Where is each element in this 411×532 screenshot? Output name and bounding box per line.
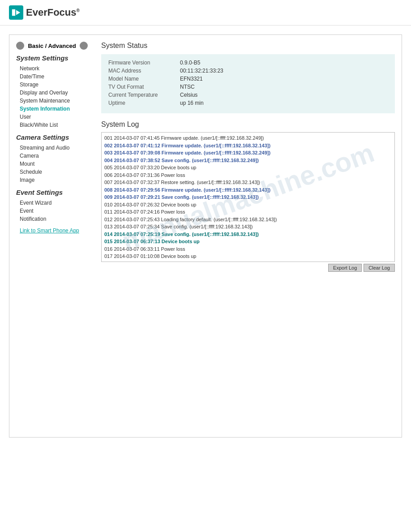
- mode-advanced[interactable]: Advanced: [48, 43, 76, 49]
- log-line: 004 2014-03-07 07:38:52 Save config. (us…: [103, 157, 394, 164]
- sidebar-item-display[interactable]: Display and Overlay: [16, 89, 88, 97]
- log-line: 018 2014-03-07 02:32:33 Device boots up: [103, 260, 394, 262]
- value-tvout: NTSC: [180, 84, 195, 90]
- sidebar-left-circle: [16, 42, 24, 50]
- value-mac: 00:11:32:21:33:23: [180, 68, 223, 74]
- status-row-tvout: TV Out Format NTSC: [108, 84, 388, 90]
- sidebar-item-maintenance[interactable]: System Maintenance: [16, 97, 88, 105]
- mode-sep: /: [43, 43, 48, 49]
- status-row-model: Model Name EFN3321: [108, 76, 388, 82]
- mode-basic[interactable]: Basic: [28, 43, 43, 49]
- content-border: Basic / Advanced System Settings Network…: [9, 34, 402, 438]
- value-uptime: up 16 min: [180, 100, 204, 106]
- log-buttons: Export Log Clear Log: [101, 264, 395, 272]
- clear-log-button[interactable]: Clear Log: [364, 264, 395, 272]
- main-wrapper: Basic / Advanced System Settings Network…: [0, 26, 411, 446]
- log-line: 009 2014-03-07 07:29:21 Save config. (us…: [103, 193, 394, 201]
- sidebar-item-smartphone[interactable]: Link to Smart Phone App: [16, 227, 88, 235]
- sidebar-item-event[interactable]: Event: [16, 207, 88, 215]
- system-status-table: Firmware Version 0.9.0-B5 MAC Address 00…: [101, 54, 395, 113]
- sidebar-mode: Basic / Advanced: [16, 42, 88, 50]
- sidebar-item-datetime[interactable]: Date/Time: [16, 73, 88, 81]
- sidebar-item-mount[interactable]: Mount: [16, 160, 88, 168]
- log-container[interactable]: manualmachine.com 001 2014-03-07 07:41:4…: [101, 132, 395, 262]
- logo: EverFocus®: [9, 5, 402, 20]
- sidebar-right-circle: [80, 42, 88, 50]
- value-firmware: 0.9.0-B5: [180, 60, 200, 66]
- log-line: 008 2014-03-07 07:29:56 Firmware update.…: [103, 186, 394, 194]
- log-line: 014 2014-03-07 07:25:19 Save config. (us…: [103, 231, 394, 238]
- sidebar: Basic / Advanced System Settings Network…: [16, 42, 92, 430]
- value-temp: Celsius: [180, 92, 197, 98]
- log-line: 003 2014-03-07 07:39:08 Firmware update.…: [103, 149, 394, 157]
- log-line: 013 2014-03-07 07:25:34 Save config. (us…: [103, 223, 394, 231]
- sidebar-item-user[interactable]: User: [16, 113, 88, 121]
- event-settings-title: Event Settings: [16, 189, 88, 196]
- export-log-button[interactable]: Export Log: [328, 264, 362, 272]
- sidebar-item-image[interactable]: Image: [16, 176, 88, 184]
- log-line: 010 2014-03-07 07:26:32 Device boots up: [103, 201, 394, 209]
- label-mac: MAC Address: [108, 68, 180, 74]
- log-line: 002 2014-03-07 07:41:12 Firmware update.…: [103, 142, 394, 150]
- sidebar-item-camera[interactable]: Camera: [16, 152, 88, 160]
- label-model: Model Name: [108, 76, 180, 82]
- log-line: 015 2014-03-07 06:37:13 Device boots up: [103, 238, 394, 245]
- status-row-firmware: Firmware Version 0.9.0-B5: [108, 60, 388, 66]
- main-panel: System Status Firmware Version 0.9.0-B5 …: [92, 42, 395, 430]
- status-row-mac: MAC Address 00:11:32:21:33:23: [108, 68, 388, 74]
- label-temp: Current Temperature: [108, 92, 180, 98]
- camera-settings-title: Camera Settings: [16, 133, 88, 141]
- log-line: 017 2014-03-07 01:10:08 Device boots up: [103, 253, 394, 260]
- label-tvout: TV Out Format: [108, 84, 180, 90]
- log-line: 007 2014-03-07 07:32:37 Restore setting.…: [103, 179, 394, 186]
- header: EverFocus®: [0, 0, 411, 26]
- label-uptime: Uptime: [108, 100, 180, 106]
- label-firmware: Firmware Version: [108, 60, 180, 66]
- sidebar-item-schedule[interactable]: Schedule: [16, 168, 88, 176]
- log-line: 012 2014-03-07 07:25:43 Loading factory …: [103, 216, 394, 223]
- system-status-title: System Status: [101, 42, 395, 50]
- log-line: 005 2014-03-07 07:33:20 Device boots up: [103, 164, 394, 172]
- log-line: 001 2014-03-07 07:41:45 Firmware update.…: [103, 134, 394, 142]
- log-line: 016 2014-03-07 06:33:11 Power loss: [103, 245, 394, 253]
- sidebar-item-event-wizard[interactable]: Event Wizard: [16, 199, 88, 207]
- logo-text: EverFocus®: [26, 7, 80, 18]
- sidebar-item-storage[interactable]: Storage: [16, 81, 88, 89]
- log-line: 006 2014-03-07 07:31:36 Power loss: [103, 172, 394, 179]
- sidebar-item-blackwhite[interactable]: Black/White List: [16, 121, 88, 129]
- sidebar-item-network[interactable]: Network: [16, 64, 88, 73]
- log-line: 011 2014-03-07 07:24:16 Power loss: [103, 208, 394, 216]
- log-title: System Log: [101, 120, 395, 129]
- sidebar-item-streaming[interactable]: Streaming and Audio: [16, 144, 88, 152]
- status-row-temp: Current Temperature Celsius: [108, 92, 388, 98]
- sidebar-item-notification[interactable]: Notification: [16, 215, 88, 223]
- mode-text: Basic / Advanced: [28, 43, 76, 49]
- status-row-uptime: Uptime up 16 min: [108, 100, 388, 106]
- logo-icon: [9, 5, 23, 20]
- sidebar-item-information[interactable]: System Information: [16, 105, 88, 113]
- svg-rect-0: [12, 9, 15, 16]
- everfocus-icon: [11, 8, 21, 17]
- value-model: EFN3321: [180, 76, 203, 82]
- log-section: System Log manualmachine.com 001 2014-03…: [101, 120, 395, 272]
- system-settings-title: System Settings: [16, 54, 88, 62]
